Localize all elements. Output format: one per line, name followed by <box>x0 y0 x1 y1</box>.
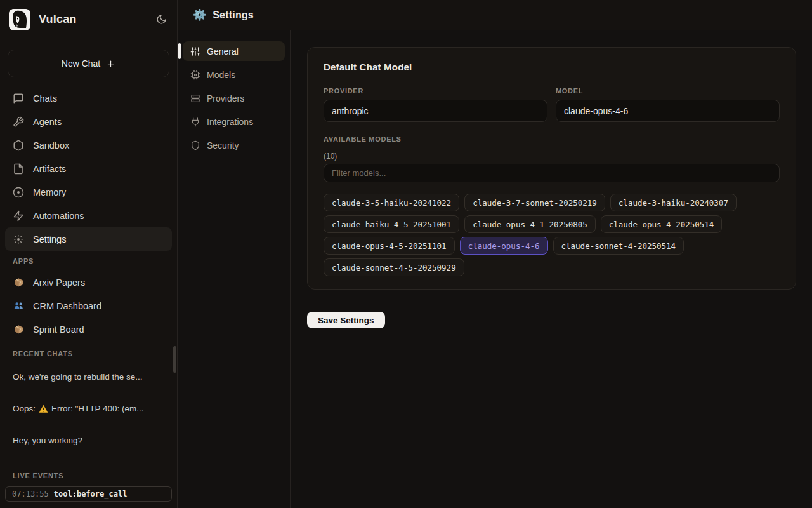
app-logo <box>9 9 30 30</box>
model-chip-list: claude-3-5-haiku-20241022 claude-3-7-son… <box>324 194 780 276</box>
sidebar-item-crm-dashboard[interactable]: CRM Dashboard <box>5 294 172 318</box>
warning-icon <box>39 404 48 413</box>
recent-chats-section-label: RECENT CHATS <box>0 349 177 358</box>
settings-nav-security[interactable]: Security <box>183 135 285 155</box>
model-field: MODEL <box>556 87 780 122</box>
sidebar-item-label: Memory <box>33 187 66 197</box>
shield-icon <box>190 140 200 150</box>
settings-nav-label: Providers <box>207 93 244 104</box>
sidebar-item-sandbox[interactable]: Sandbox <box>5 133 172 157</box>
people-icon <box>13 300 24 312</box>
sidebar-item-memory[interactable]: Memory <box>5 180 172 204</box>
provider-field: PROVIDER <box>324 87 547 122</box>
gear-icon: ⚙️ <box>193 10 206 20</box>
app-root: Vulcan New Chat Chats <box>0 0 812 508</box>
recent-chat-item[interactable]: Oops: Error: "HTTP 400: (em... <box>0 392 177 424</box>
settings-nav-label: Security <box>207 140 239 150</box>
sidebar-item-sprint-board[interactable]: Sprint Board <box>5 318 172 341</box>
settings-nav-label: General <box>207 46 239 57</box>
sidebar-item-agents[interactable]: Agents <box>5 110 172 133</box>
settings-nav-label: Integrations <box>207 117 253 127</box>
new-chat-button[interactable]: New Chat <box>8 50 169 77</box>
wrench-icon <box>13 116 24 128</box>
card-title: Default Chat Model <box>324 62 780 72</box>
filter-models-input[interactable] <box>324 164 780 182</box>
apps-section-label: APPS <box>0 257 177 265</box>
available-models-label: AVAILABLE MODELS <box>324 135 780 143</box>
model-input[interactable] <box>556 100 780 122</box>
sidebar-item-label: Artifacts <box>33 164 66 174</box>
sliders-icon <box>190 46 200 57</box>
model-chip[interactable]: claude-opus-4-5-20251101 <box>324 237 455 255</box>
model-label: MODEL <box>556 87 780 95</box>
model-chip[interactable]: claude-haiku-4-5-20251001 <box>324 215 459 233</box>
settings-nav-integrations[interactable]: Integrations <box>183 112 285 131</box>
page-header: ⚙️ Settings <box>178 0 812 30</box>
model-chip[interactable]: claude-opus-4-20250514 <box>601 215 723 233</box>
settings-nav-models[interactable]: Models <box>183 65 285 84</box>
settings-nav-providers[interactable]: Providers <box>183 88 285 108</box>
settings-nav-label: Models <box>207 70 235 80</box>
provider-input[interactable] <box>324 100 547 122</box>
sidebar-nav: Chats Agents Sandbox Artifacts <box>0 86 177 251</box>
lightning-icon <box>13 210 24 222</box>
sidebar-item-chats[interactable]: Chats <box>5 86 172 110</box>
settings-content: Default Chat Model PROVIDER MODEL AVAILA… <box>291 30 812 508</box>
theme-toggle-button[interactable] <box>156 14 167 25</box>
app-item-label: CRM Dashboard <box>33 301 102 311</box>
sidebar-item-label: Automations <box>33 211 84 221</box>
active-tab-indicator <box>178 43 181 59</box>
live-events-panel: LIVE EVENTS 07:13:55 tool:before_call <box>0 465 177 508</box>
moon-icon <box>156 14 167 25</box>
app-item-label: Arxiv Papers <box>33 277 85 288</box>
live-events-label: LIVE EVENTS <box>5 471 172 480</box>
apps-group: Arxiv Papers CRM Dashboard Sprint Board <box>0 271 177 341</box>
default-chat-model-card: Default Chat Model PROVIDER MODEL AVAILA… <box>307 47 796 290</box>
app-item-label: Sprint Board <box>33 324 84 335</box>
sidebar-item-artifacts[interactable]: Artifacts <box>5 157 172 180</box>
sidebar-item-label: Agents <box>33 117 62 127</box>
model-chip[interactable]: claude-sonnet-4-5-20250929 <box>324 258 464 276</box>
sun-dim-icon <box>13 234 24 245</box>
event-name: tool:before_call <box>54 490 128 498</box>
chat-title: Hey, you working? <box>13 436 82 445</box>
hexagon-icon <box>13 140 24 151</box>
chat-bubble-icon <box>13 93 24 104</box>
recent-chat-item[interactable]: Hey, you working? <box>0 424 177 456</box>
sidebar-item-settings[interactable]: Settings <box>5 227 172 251</box>
sidebar-item-label: Chats <box>33 93 57 104</box>
package-icon <box>13 324 24 335</box>
settings-nav-general[interactable]: General <box>183 41 285 61</box>
sidebar-scrollbar[interactable] <box>173 346 176 373</box>
chat-title-suffix: Error: "HTTP 400: (em... <box>51 404 144 413</box>
model-chip-selected[interactable]: claude-opus-4-6 <box>460 237 548 255</box>
sidebar-item-automations[interactable]: Automations <box>5 204 172 227</box>
model-chip[interactable]: claude-3-5-haiku-20241022 <box>324 194 459 211</box>
file-icon <box>13 163 24 175</box>
chat-title-prefix: Oops: <box>13 404 36 413</box>
save-settings-button[interactable]: Save Settings <box>307 312 385 328</box>
new-chat-label: New Chat <box>62 58 100 69</box>
circle-dot-icon <box>13 187 24 198</box>
settings-nav: General Models Providers <box>178 30 291 508</box>
models-count: (10) <box>324 152 780 161</box>
sidebar-item-label: Settings <box>33 234 66 244</box>
plus-icon <box>106 59 115 69</box>
live-event-row: 07:13:55 tool:before_call <box>5 486 172 502</box>
sidebar-item-label: Sandbox <box>33 140 69 150</box>
cpu-icon <box>190 70 200 80</box>
model-chip[interactable]: claude-opus-4-1-20250805 <box>464 215 596 233</box>
model-chip[interactable]: claude-3-haiku-20240307 <box>610 194 737 211</box>
page-title: Settings <box>213 10 254 21</box>
sidebar-item-arxiv-papers[interactable]: Arxiv Papers <box>5 271 172 294</box>
model-chip[interactable]: claude-sonnet-4-20250514 <box>553 237 684 255</box>
chat-title: Ok, we're going to rebuild the se... <box>13 372 142 382</box>
model-chip[interactable]: claude-3-7-sonnet-20250219 <box>464 194 605 211</box>
main-area: ⚙️ Settings General Models <box>178 0 812 508</box>
recent-chat-item[interactable]: Ok, we're going to rebuild the se... <box>0 361 177 392</box>
app-title: Vulcan <box>39 13 77 26</box>
event-timestamp: 07:13:55 <box>12 490 49 498</box>
package-icon <box>13 277 24 288</box>
provider-label: PROVIDER <box>324 87 547 95</box>
plug-icon <box>190 117 200 127</box>
